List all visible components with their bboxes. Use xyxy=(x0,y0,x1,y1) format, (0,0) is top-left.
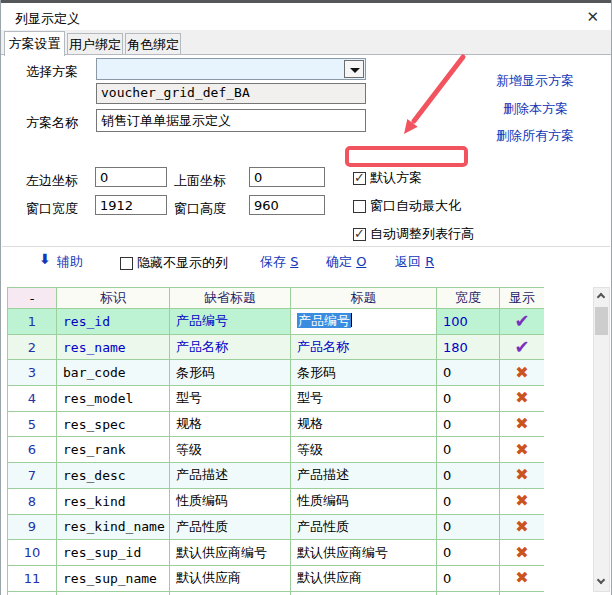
width-cell[interactable]: 0 xyxy=(437,386,500,412)
scrollbar-thumb[interactable] xyxy=(595,307,608,335)
width-cell[interactable]: 0 xyxy=(437,360,500,386)
default-title-cell[interactable]: 产品描述 xyxy=(170,463,291,489)
column-header[interactable]: 宽度 xyxy=(437,288,500,309)
table-row[interactable]: 1res_id产品编号产品编号100✔ xyxy=(8,309,545,335)
display-flag-cell[interactable]: ✖ xyxy=(500,540,545,566)
row-number-cell[interactable]: 1 xyxy=(8,309,57,335)
row-number-cell[interactable]: 3 xyxy=(8,360,57,386)
title-cell[interactable]: 产品名称 xyxy=(291,334,437,360)
default-title-cell[interactable]: 产品名称 xyxy=(170,334,291,360)
display-flag-cell[interactable]: ✖ xyxy=(500,411,545,437)
delete-all-plans-link[interactable]: 删除所有方案 xyxy=(496,127,574,145)
table-row[interactable]: 8res_kind性质编码性质编码0✖ xyxy=(8,488,545,514)
title-cell[interactable]: 默认供应商 xyxy=(291,565,437,591)
table-row[interactable]: 6res_rank等级等级0✖ xyxy=(8,437,545,463)
width-cell[interactable]: 0 xyxy=(437,540,500,566)
column-header[interactable]: - xyxy=(8,288,57,309)
width-cell[interactable]: 0 xyxy=(437,437,500,463)
tab-user-binding[interactable]: 用户绑定 xyxy=(67,33,123,55)
display-flag-cell[interactable]: ✖ xyxy=(500,565,545,591)
display-flag-cell[interactable]: ✖ xyxy=(500,437,545,463)
scrollbar-down-button[interactable] xyxy=(594,574,609,591)
identifier-cell[interactable]: res_rank xyxy=(57,437,170,463)
title-cell[interactable]: 产品性质 xyxy=(291,514,437,540)
display-flag-cell[interactable]: ✖ xyxy=(500,360,545,386)
width-cell[interactable]: 0 xyxy=(437,463,500,489)
default-title-cell[interactable]: 产品编号 xyxy=(170,309,291,335)
row-number-cell[interactable]: 11 xyxy=(8,565,57,591)
ok-button[interactable]: 确定 O xyxy=(326,253,366,271)
width-cell[interactable]: 0 xyxy=(437,411,500,437)
table-row[interactable]: 3bar_code条形码条形码0✖ xyxy=(8,360,545,386)
plan-name-input[interactable] xyxy=(96,109,366,132)
hide-hidden-columns-checkbox[interactable]: 隐藏不显示的列 xyxy=(120,254,228,272)
table-row[interactable] xyxy=(8,591,545,595)
identifier-cell[interactable]: res_name xyxy=(57,334,170,360)
table-row[interactable]: 10res_sup_id默认供应商编号默认供应商编号0✖ xyxy=(8,540,545,566)
default-title-cell[interactable]: 条形码 xyxy=(170,360,291,386)
tab-role-binding[interactable]: 角色绑定 xyxy=(125,33,181,55)
scrollbar-up-button[interactable] xyxy=(594,288,609,305)
width-cell[interactable]: 0 xyxy=(437,514,500,540)
display-flag-cell[interactable]: ✔ xyxy=(500,309,545,335)
save-button[interactable]: 保存 S xyxy=(260,253,298,271)
default-title-cell[interactable]: 等级 xyxy=(170,437,291,463)
width-cell[interactable]: 180 xyxy=(437,334,500,360)
identifier-cell[interactable]: res_sup_id xyxy=(57,540,170,566)
left-coord-input[interactable] xyxy=(95,167,167,187)
default-title-cell[interactable]: 规格 xyxy=(170,411,291,437)
display-flag-cell[interactable]: ✖ xyxy=(500,488,545,514)
display-flag-cell[interactable]: ✖ xyxy=(500,514,545,540)
title-cell[interactable]: 规格 xyxy=(291,411,437,437)
table-row[interactable]: 9res_kind_name产品性质产品性质0✖ xyxy=(8,514,545,540)
display-flag-cell[interactable]: ✖ xyxy=(500,386,545,412)
window-width-input[interactable] xyxy=(95,195,167,215)
title-cell[interactable]: 等级 xyxy=(291,437,437,463)
identifier-cell[interactable]: res_desc xyxy=(57,463,170,489)
window-height-input[interactable] xyxy=(249,195,325,215)
table-row[interactable]: 7res_desc产品描述产品描述0✖ xyxy=(8,463,545,489)
title-cell[interactable]: 性质编码 xyxy=(291,488,437,514)
vertical-scrollbar[interactable] xyxy=(593,287,610,592)
identifier-cell[interactable]: res_model xyxy=(57,386,170,412)
close-icon[interactable]: ✕ xyxy=(586,8,599,26)
title-cell[interactable]: 型号 xyxy=(291,386,437,412)
row-number-cell[interactable]: 7 xyxy=(8,463,57,489)
assist-button[interactable]: 辅助 xyxy=(57,253,83,271)
default-title-cell[interactable]: 默认供应商 xyxy=(170,565,291,591)
dropdown-button[interactable] xyxy=(344,60,364,78)
back-button[interactable]: 返回 R xyxy=(395,253,434,271)
title-cell[interactable]: 条形码 xyxy=(291,360,437,386)
table-row[interactable]: 5res_spec规格规格0✖ xyxy=(8,411,545,437)
row-number-cell[interactable]: 4 xyxy=(8,386,57,412)
width-cell[interactable]: 0 xyxy=(437,488,500,514)
default-title-cell[interactable]: 默认供应商编号 xyxy=(170,540,291,566)
row-number-cell[interactable]: 9 xyxy=(8,514,57,540)
column-header[interactable]: 标识 xyxy=(57,288,170,309)
default-title-cell[interactable]: 产品性质 xyxy=(170,514,291,540)
auto-row-height-checkbox[interactable]: 自动调整列表行高 xyxy=(353,225,474,243)
table-row[interactable]: 4res_model型号型号0✖ xyxy=(8,386,545,412)
table-row[interactable]: 2res_name产品名称产品名称180✔ xyxy=(8,334,545,360)
column-header[interactable]: 显示 xyxy=(500,288,545,309)
default-title-cell[interactable]: 型号 xyxy=(170,386,291,412)
title-cell[interactable]: 默认供应商编号 xyxy=(291,540,437,566)
row-number-cell[interactable]: 2 xyxy=(8,334,57,360)
identifier-cell[interactable]: res_sup_name xyxy=(57,565,170,591)
column-header[interactable]: 标题 xyxy=(291,288,437,309)
default-plan-checkbox[interactable]: 默认方案 xyxy=(353,169,422,187)
row-number-cell[interactable]: 6 xyxy=(8,437,57,463)
identifier-cell[interactable]: res_kind_name xyxy=(57,514,170,540)
delete-current-plan-link[interactable]: 删除本方案 xyxy=(503,100,568,118)
tab-plan-settings[interactable]: 方案设置 xyxy=(4,31,65,56)
row-number-cell[interactable]: 8 xyxy=(8,488,57,514)
row-number-cell[interactable]: 10 xyxy=(8,540,57,566)
top-coord-input[interactable] xyxy=(249,167,325,187)
display-flag-cell[interactable]: ✖ xyxy=(500,463,545,489)
identifier-cell[interactable]: bar_code xyxy=(57,360,170,386)
table-row[interactable]: 11res_sup_name默认供应商默认供应商0✖ xyxy=(8,565,545,591)
row-number-cell[interactable]: 5 xyxy=(8,411,57,437)
width-cell[interactable]: 100 xyxy=(437,309,500,335)
column-header[interactable]: 缺省标题 xyxy=(170,288,291,309)
auto-maximize-checkbox[interactable]: 窗口自动最大化 xyxy=(353,197,461,215)
